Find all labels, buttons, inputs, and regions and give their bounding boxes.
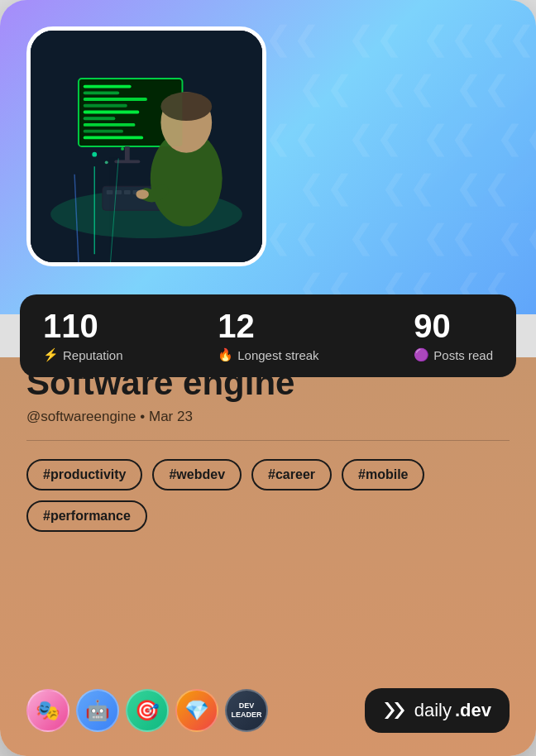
- user-joined: Mar 23: [149, 409, 193, 424]
- badge-icon: 🤖: [76, 689, 119, 732]
- badge-icon: 🎭: [26, 689, 69, 732]
- tag: #webdev: [152, 459, 242, 490]
- daily-dev-logo: daily.dev: [365, 688, 510, 733]
- daily-dev-text: daily.dev: [414, 700, 491, 721]
- svg-text:❮❮: ❮❮: [265, 20, 321, 58]
- bottom-row: 🎭🤖🎯💎DEVLEADER daily.dev: [26, 672, 510, 733]
- tag: #career: [251, 459, 332, 490]
- badge-icon: DEVLEADER: [225, 689, 268, 732]
- tag: #mobile: [342, 459, 424, 490]
- streak-label: 🔥 Longest streak: [218, 347, 318, 362]
- svg-text:❮❮: ❮❮: [496, 218, 536, 256]
- svg-text:❮❮: ❮❮: [347, 20, 404, 58]
- tags-container: #productivity#webdev#career#mobile#perfo…: [26, 459, 510, 532]
- tag: #productivity: [26, 459, 142, 490]
- svg-text:❮❮: ❮❮: [496, 119, 536, 157]
- svg-text:❮❮: ❮❮: [298, 69, 354, 108]
- posts-label: 🟣 Posts read: [414, 347, 493, 362]
- svg-text:❮❮: ❮❮: [265, 218, 321, 256]
- stat-streak: 12 🔥 Longest streak: [218, 309, 318, 362]
- user-meta: @softwareengine • Mar 23: [26, 409, 510, 425]
- svg-text:❮❮: ❮❮: [455, 69, 511, 108]
- svg-rect-38: [124, 190, 131, 194]
- daily-dev-icon: [383, 701, 406, 720]
- user-handle: @softwareengine: [26, 409, 136, 424]
- reputation-label: ⚡ Reputation: [43, 347, 123, 362]
- svg-point-47: [136, 189, 148, 199]
- reputation-icon: ⚡: [43, 347, 59, 362]
- svg-text:❮❮: ❮❮: [347, 119, 404, 157]
- streak-value: 12: [218, 309, 318, 342]
- stat-posts: 90 🟣 Posts read: [414, 309, 493, 362]
- svg-text:❮❮: ❮❮: [422, 218, 478, 256]
- avatar-image: [31, 31, 262, 262]
- stat-reputation: 110 ⚡ Reputation: [43, 309, 123, 362]
- svg-rect-36: [107, 190, 113, 194]
- badges-row: 🎭🤖🎯💎DEVLEADER: [26, 689, 268, 732]
- posts-value: 90: [414, 309, 493, 342]
- svg-text:❮❮: ❮❮: [422, 20, 478, 58]
- svg-point-53: [105, 160, 108, 164]
- svg-text:❮❮: ❮❮: [380, 169, 437, 207]
- meta-separator: •: [140, 409, 149, 424]
- svg-point-51: [92, 152, 97, 157]
- stats-bar: 110 ⚡ Reputation 12 🔥 Longest streak 90 …: [20, 294, 516, 377]
- streak-icon: 🔥: [218, 347, 233, 362]
- reputation-value: 110: [43, 309, 123, 342]
- divider: [26, 440, 510, 441]
- svg-rect-54: [79, 79, 183, 146]
- profile-card: ❮❮ ❮❮ ❮❮ ❮❮ ❮❮ ❮❮ ❮❮ ❮❮ ❮❮ ❮❮ ❮❮ ❮❮ ❮❮: [0, 0, 536, 756]
- badge-icon: 🎯: [126, 689, 169, 732]
- card-top-section: ❮❮ ❮❮ ❮❮ ❮❮ ❮❮ ❮❮ ❮❮ ❮❮ ❮❮ ❮❮ ❮❮ ❮❮ ❮❮: [0, 0, 536, 314]
- svg-text:❮❮: ❮❮: [422, 119, 478, 157]
- svg-text:❮❮: ❮❮: [455, 169, 511, 207]
- posts-icon: 🟣: [414, 347, 429, 362]
- svg-text:❮❮: ❮❮: [347, 218, 404, 256]
- svg-text:❮❮: ❮❮: [265, 119, 321, 157]
- badge-icon: 💎: [175, 689, 218, 732]
- card-bottom-section: Software engine @softwareengine • Mar 23…: [0, 357, 536, 756]
- svg-point-52: [121, 147, 124, 151]
- avatar: [26, 26, 266, 266]
- svg-text:❮❮: ❮❮: [380, 69, 437, 108]
- svg-text:❮❮: ❮❮: [298, 169, 354, 207]
- svg-text:❮❮: ❮❮: [480, 20, 536, 58]
- tag: #performance: [26, 500, 147, 532]
